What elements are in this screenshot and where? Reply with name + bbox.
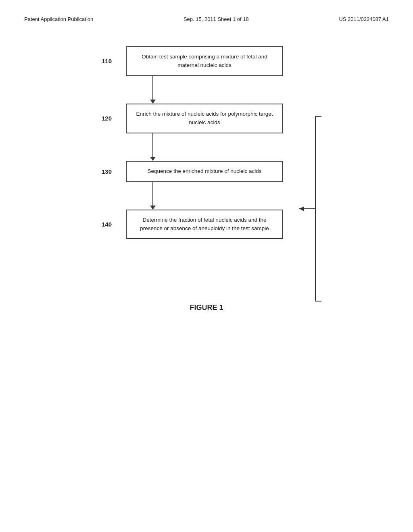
diagram-container: 110 Obtain test sample comprising a mixt…	[24, 46, 389, 239]
bracket-container: 100	[287, 112, 413, 306]
step-label-110: 110	[102, 58, 126, 64]
connector-2	[150, 133, 156, 161]
connector-3	[150, 182, 156, 210]
step-label-140: 140	[102, 221, 126, 228]
full-diagram: 110 Obtain test sample comprising a mixt…	[102, 46, 344, 239]
step-row-110: 110 Obtain test sample comprising a mixt…	[102, 46, 344, 76]
connector-arrow-2	[150, 157, 156, 161]
header-center: Sep. 15, 2011 Sheet 1 of 18	[184, 16, 249, 22]
svg-marker-1	[299, 206, 304, 211]
step-row-140: 140 Determine the fraction of fetal nucl…	[102, 210, 344, 239]
connector-1	[150, 76, 156, 104]
connector-shaft-2	[152, 133, 153, 157]
connector-arrow-1	[150, 100, 156, 104]
header-right: US 2011/0224087 A1	[339, 16, 389, 22]
step-box-130: Sequence the enriched mixture of nucleic…	[126, 161, 283, 182]
header-left: Patent Application Publication	[24, 16, 93, 22]
header: Patent Application Publication Sep. 15, …	[24, 16, 389, 22]
connector-shaft-1	[152, 76, 153, 100]
step-label-130: 130	[102, 168, 126, 175]
bracket-svg: 100	[287, 112, 336, 305]
step-box-110: Obtain test sample comprising a mixture …	[126, 46, 283, 76]
page: { "header": { "left": "Patent Applicatio…	[0, 0, 413, 532]
step-box-120: Enrich the mixture of nucleic acids for …	[126, 104, 283, 133]
step-box-140: Determine the fraction of fetal nucleic …	[126, 210, 283, 239]
connector-arrow-3	[150, 206, 156, 210]
connector-shaft-3	[152, 182, 153, 206]
step-label-120: 120	[102, 115, 126, 122]
